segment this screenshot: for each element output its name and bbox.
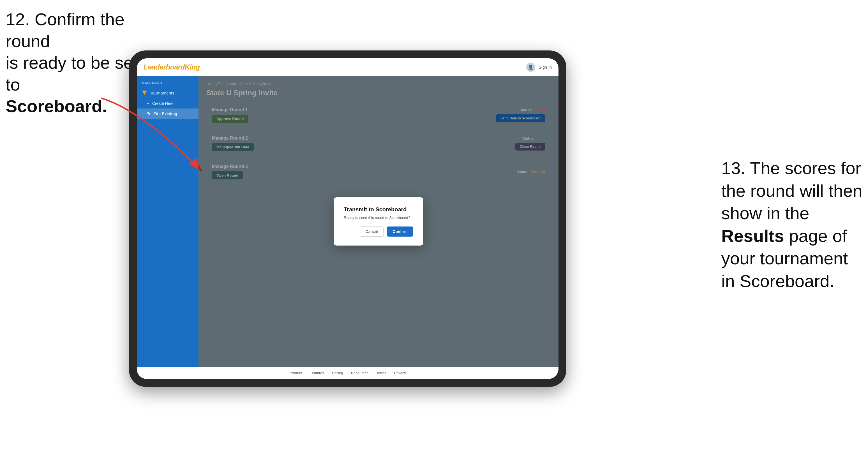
sidebar: MAIN MENU 🏆 Tournaments + Create New ✎ E… <box>137 76 198 367</box>
modal-title: Transmit to Scoreboard <box>344 206 413 213</box>
instruction-results-bold: Results <box>721 226 784 246</box>
sidebar-section-label: MAIN MENU <box>137 81 198 88</box>
logo-accent: King <box>185 63 200 71</box>
footer-link-pricing[interactable]: Pricing <box>332 371 343 375</box>
footer-link-product[interactable]: Product <box>289 371 302 375</box>
modal-confirm-button[interactable]: Confirm <box>387 226 413 237</box>
app-footer: Product Features Pricing Resources Terms… <box>137 367 558 379</box>
instruction-right: 13. The scores forthe round will thensho… <box>721 157 862 293</box>
logo-text: Leaderboard <box>144 63 185 71</box>
footer-link-resources[interactable]: Resources <box>351 371 368 375</box>
modal-buttons: Cancel Confirm <box>344 226 413 237</box>
footer-link-privacy[interactable]: Privacy <box>394 371 406 375</box>
sidebar-item-edit-existing[interactable]: ✎ Edit Existing <box>137 108 198 119</box>
footer-link-terms[interactable]: Terms <box>376 371 386 375</box>
app-header: LeaderboardKing 👤 Sign In <box>137 58 558 76</box>
instruction-right-text: 13. The scores forthe round will thensho… <box>721 158 862 291</box>
sidebar-create-label: Create New <box>152 101 173 106</box>
tablet-frame: LeaderboardKing 👤 Sign In MAIN MENU 🏆 To… <box>129 51 566 387</box>
transmit-modal: Transmit to Scoreboard Ready to send thi… <box>334 197 423 246</box>
sidebar-item-create-new[interactable]: + Create New <box>137 98 198 108</box>
app-logo: LeaderboardKing <box>144 63 199 71</box>
sidebar-item-tournaments[interactable]: 🏆 Tournaments <box>137 88 198 98</box>
main-content: Home / Tournaments / State U Spring Invi… <box>198 76 558 367</box>
instruction-line2: is ready to be sent to <box>6 53 148 94</box>
header-right: 👤 Sign In <box>526 63 552 72</box>
modal-overlay: Transmit to Scoreboard Ready to send thi… <box>198 76 558 367</box>
modal-subtitle: Ready to send this round to Scoreboard? <box>344 216 413 220</box>
edit-icon: ✎ <box>147 111 151 116</box>
instruction-line1: 12. Confirm the round <box>6 9 124 51</box>
modal-cancel-button[interactable]: Cancel <box>360 226 384 237</box>
sidebar-tournaments-label: Tournaments <box>150 91 175 95</box>
plus-icon: + <box>147 101 149 106</box>
sidebar-edit-label: Edit Existing <box>153 112 177 116</box>
sign-in-link[interactable]: Sign In <box>538 65 552 69</box>
avatar: 👤 <box>526 63 535 72</box>
tablet-screen: LeaderboardKing 👤 Sign In MAIN MENU 🏆 To… <box>137 58 558 379</box>
instruction-bold: Scoreboard. <box>6 96 107 116</box>
footer-link-features[interactable]: Features <box>310 371 324 375</box>
trophy-icon: 🏆 <box>142 90 147 95</box>
app-body: MAIN MENU 🏆 Tournaments + Create New ✎ E… <box>137 76 558 367</box>
